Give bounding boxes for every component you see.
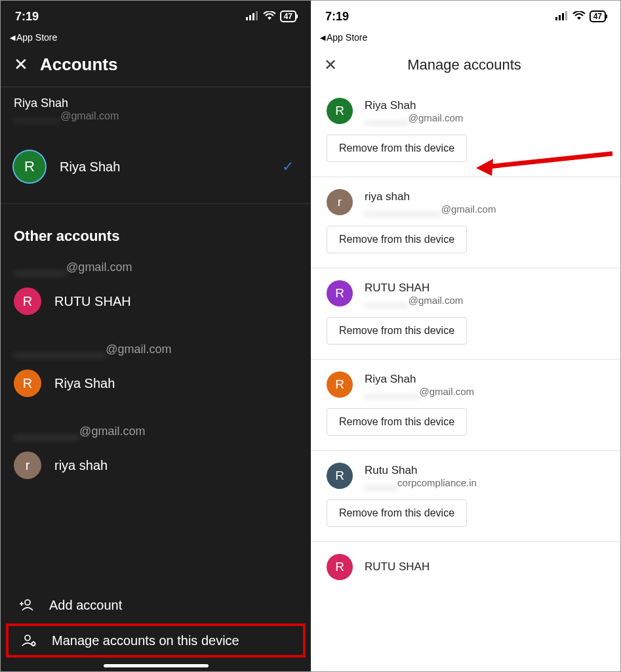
account-email: __________@gmail.com: [365, 386, 474, 397]
page-title: Accounts: [40, 54, 117, 75]
svg-rect-7: [555, 17, 557, 20]
status-bar-right: 7:19 47: [311, 1, 620, 32]
account-info: riya shah______________@gmail.com: [365, 190, 496, 215]
manage-accounts-button[interactable]: Manage accounts on this device: [6, 623, 306, 658]
current-account-block: Riya Shah ________@gmail.com: [1, 87, 311, 134]
status-icons: 47: [246, 10, 296, 24]
svg-rect-9: [562, 13, 564, 20]
selected-account-name: Riya Shah: [45, 159, 120, 175]
avatar: R: [327, 280, 353, 306]
wifi-icon: [263, 10, 276, 24]
other-account-row[interactable]: RRUTU SHAH: [1, 276, 311, 339]
account-card: RRutu Shah______corpcompliance.inRemove …: [311, 451, 620, 542]
close-icon[interactable]: ✕: [14, 54, 28, 75]
account-card: RRiya Shah__________@gmail.comRemove fro…: [311, 360, 620, 451]
back-to-app-store[interactable]: ◀ App Store: [1, 32, 311, 47]
other-account-email: __________@gmail.com: [1, 421, 311, 440]
avatar: R: [327, 463, 353, 489]
remove-from-device-button[interactable]: Remove from this device: [327, 408, 467, 436]
avatar: R: [327, 371, 353, 398]
other-account-email: ________@gmail.com: [1, 257, 311, 276]
status-bar-left: 7:19 47: [1, 1, 311, 32]
current-account-email: ________@gmail.com: [14, 110, 298, 122]
svg-rect-8: [559, 15, 561, 20]
back-label: App Store: [16, 32, 57, 43]
avatar: r: [327, 189, 353, 215]
page-title: Manage accounts: [337, 56, 591, 74]
svg-rect-2: [252, 13, 254, 20]
account-info: Riya Shah__________@gmail.com: [365, 373, 474, 397]
back-triangle-icon: ◀: [320, 33, 325, 42]
person-gear-icon: [20, 633, 37, 648]
battery-icon: 47: [280, 10, 296, 22]
accounts-list: RRiya Shah________@gmail.comRemove from …: [311, 86, 620, 580]
account-info: RUTU SHAH________@gmail.com: [365, 282, 463, 306]
manage-accounts-label: Manage accounts on this device: [52, 633, 239, 648]
status-time: 7:19: [15, 10, 39, 24]
svg-rect-1: [249, 15, 251, 20]
other-account-name: riya shah: [54, 458, 108, 473]
other-account-email: ______________@gmail.com: [1, 339, 311, 358]
remove-from-device-button[interactable]: Remove from this device: [327, 135, 467, 162]
account-card: RRiya Shah________@gmail.comRemove from …: [311, 86, 620, 177]
other-account-name: RUTU SHAH: [54, 294, 131, 309]
svg-point-5: [25, 635, 30, 640]
svg-rect-10: [565, 11, 567, 20]
cellular-icon: [555, 10, 569, 24]
remove-from-device-button[interactable]: Remove from this device: [327, 317, 467, 345]
back-triangle-icon: ◀: [10, 33, 15, 42]
account-name: Riya Shah: [365, 373, 474, 386]
avatar: R: [14, 151, 45, 182]
account-info: RUTU SHAH: [365, 560, 430, 574]
other-accounts-heading: Other accounts: [1, 204, 311, 257]
back-label: App Store: [327, 32, 367, 43]
remove-from-device-button[interactable]: Remove from this device: [327, 499, 467, 527]
other-account-row[interactable]: RRiya Shah: [1, 358, 311, 421]
selected-account-row[interactable]: R Riya Shah ✓: [1, 134, 311, 204]
avatar: R: [327, 554, 353, 580]
remove-from-device-button[interactable]: Remove from this device: [327, 226, 467, 253]
account-card: RRUTU SHAH________@gmail.comRemove from …: [311, 268, 620, 360]
add-account-button[interactable]: Add account: [1, 588, 311, 622]
svg-rect-3: [256, 11, 258, 20]
account-name: riya shah: [365, 190, 496, 203]
account-info: Rutu Shah______corpcompliance.in: [365, 464, 477, 488]
account-info: Riya Shah________@gmail.com: [365, 99, 463, 123]
home-indicator[interactable]: [104, 664, 209, 667]
status-icons: 47: [555, 10, 606, 24]
other-accounts-list: ________@gmail.comRRUTU SHAH____________…: [1, 257, 311, 503]
account-email: ______________@gmail.com: [365, 203, 496, 215]
account-email: ________@gmail.com: [365, 295, 463, 306]
account-name: Riya Shah: [365, 99, 463, 112]
checkmark-icon: ✓: [282, 158, 294, 175]
status-time: 7:19: [325, 10, 349, 24]
accounts-screen: 7:19 47 ◀ App Store ✕ Accounts Riya Shah…: [1, 1, 311, 671]
other-account-row[interactable]: rriya shah: [1, 440, 311, 503]
svg-point-4: [25, 600, 30, 605]
add-account-label: Add account: [49, 598, 122, 613]
wifi-icon: [572, 10, 586, 24]
left-header: ✕ Accounts: [1, 47, 311, 87]
account-email: ________@gmail.com: [365, 112, 463, 123]
back-to-app-store[interactable]: ◀ App Store: [311, 32, 620, 47]
account-name: RUTU SHAH: [365, 282, 463, 295]
avatar: r: [14, 452, 41, 479]
account-name: Rutu Shah: [365, 464, 477, 477]
manage-accounts-screen: 7:19 47 ◀ App Store ✕ Manage accounts RR…: [311, 1, 620, 671]
account-card: RRUTU SHAH: [311, 542, 620, 580]
battery-icon: 47: [590, 10, 606, 22]
account-email: ______corpcompliance.in: [365, 477, 477, 488]
current-account-name: Riya Shah: [14, 96, 298, 110]
footer-actions: Add account Manage accounts on this devi…: [1, 588, 311, 671]
other-account-name: Riya Shah: [54, 376, 115, 391]
avatar: R: [327, 98, 353, 124]
add-person-icon: [18, 597, 35, 613]
close-icon[interactable]: ✕: [324, 56, 337, 74]
svg-rect-0: [246, 17, 248, 20]
avatar: R: [14, 369, 41, 397]
avatar: R: [14, 287, 41, 315]
right-header: ✕ Manage accounts: [311, 47, 620, 86]
account-name: RUTU SHAH: [365, 560, 430, 574]
cellular-icon: [246, 10, 259, 24]
account-card: rriya shah______________@gmail.comRemove…: [311, 177, 620, 268]
